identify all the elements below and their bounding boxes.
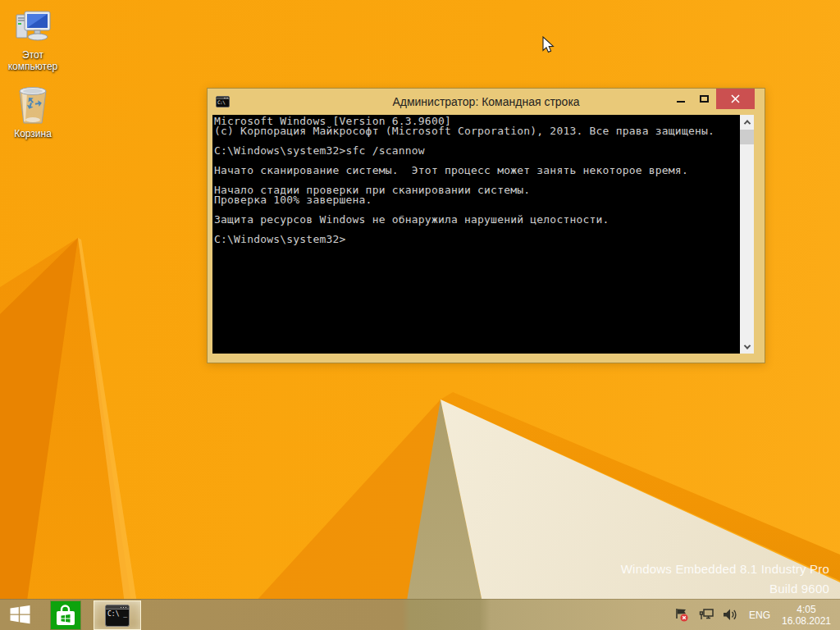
cmd-window-icon: C:\ [216,96,230,107]
minimize-button[interactable] [669,89,692,109]
close-icon [731,94,740,103]
scroll-up-button[interactable] [740,115,754,129]
taskbar: C:\ _ [0,599,840,630]
action-center-flag-icon[interactable] [674,607,691,623]
cmd-taskbar-button[interactable]: C:\ _ [94,600,141,630]
chevron-up-icon [743,120,750,126]
console-scrollbar[interactable] [740,115,754,354]
store-bag-icon [53,603,78,628]
desktop: Этот компьютер Корзина Windows Embedded … [0,0,840,630]
console-output[interactable]: Microsoft Windows [Version 6.3.9600](c) … [212,115,740,354]
desktop-icon-recycle-bin[interactable]: Корзина [1,85,65,139]
chevron-down-icon [743,342,750,349]
this-pc-icon [12,8,53,48]
clock-date: 16.08.2021 [781,615,832,627]
network-icon[interactable] [698,607,714,623]
scrollbar-thumb[interactable] [740,130,754,144]
maximize-button[interactable] [692,89,716,109]
start-button[interactable] [0,600,39,630]
window-titlebar[interactable]: C:\ Администратор: Командная строка [208,89,765,115]
taskbar-clock[interactable]: 4:05 16.08.2021 [781,604,832,627]
windows-logo-icon [9,605,31,625]
scrollbar-track[interactable] [740,129,754,340]
watermark-edition: Windows Embedded 8.1 Industry Pro [621,561,829,577]
close-button[interactable] [716,89,755,109]
watermark-build: Build 9600 [621,581,829,596]
desktop-icon-label: Этот компьютер [1,49,65,72]
build-watermark: Windows Embedded 8.1 Industry Pro Build … [621,561,829,600]
clock-time: 4:05 [781,604,832,615]
language-indicator[interactable]: ENG [749,609,770,621]
command-prompt-window: C:\ Администратор: Командная строка Micr… [207,88,765,363]
scroll-down-button[interactable] [740,340,754,354]
mouse-cursor [542,36,555,58]
minimize-icon [677,101,685,103]
volume-icon[interactable] [722,607,738,623]
maximize-icon [700,95,709,103]
desktop-icon-label: Корзина [1,128,65,139]
desktop-icon-this-pc[interactable]: Этот компьютер [1,8,65,72]
recycle-bin-icon [15,85,51,126]
system-tray: ENG 4:05 16.08.2021 [674,600,840,630]
cmd-icon: C:\ _ [105,605,130,627]
store-taskbar-button[interactable] [51,601,80,629]
